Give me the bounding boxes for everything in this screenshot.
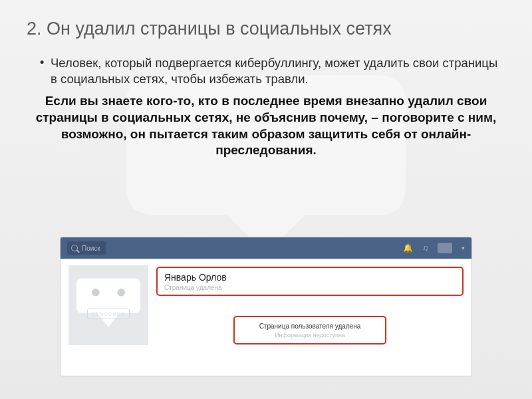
- slide-title: 2. Он удалил страницы в социальных сетях: [27, 19, 505, 39]
- bullet-item: Человек, который подвергается кибербулли…: [40, 55, 505, 86]
- slide-content: 2. Он удалил страницы в социальных сетях…: [0, 0, 532, 159]
- chevron-down-icon[interactable]: ▾: [462, 245, 465, 251]
- profile-avatar-column: CENSORED: [68, 265, 148, 319]
- profile-status: Страница удалена: [164, 284, 456, 291]
- profile-area: CENSORED Январь Орлов Страница удалена С…: [61, 259, 471, 319]
- emphasis-paragraph: Если вы знаете кого-то, кто в последнее …: [27, 93, 505, 159]
- svg-point-1: [117, 289, 125, 297]
- vk-topbar: Поиск 🔔 ♫ ▾: [61, 237, 471, 259]
- svg-point-0: [92, 289, 100, 297]
- profile-name-highlight: Январь Орлов Страница удалена: [156, 267, 464, 296]
- bullet-list: Человек, который подвергается кибербулли…: [27, 55, 505, 86]
- deleted-notice-highlight: Страница пользователя удалена Информация…: [233, 316, 386, 344]
- profile-info-column: Январь Орлов Страница удалена Страница п…: [156, 265, 464, 319]
- deleted-sub: Информация недоступна: [240, 332, 380, 338]
- slide: 2. Он удалил страницы в социальных сетях…: [0, 0, 532, 399]
- deleted-avatar: [68, 265, 148, 345]
- bell-icon[interactable]: 🔔: [403, 243, 413, 253]
- profile-name: Январь Орлов: [164, 272, 456, 283]
- vk-screenshot: Поиск 🔔 ♫ ▾ CENSORED: [60, 237, 472, 376]
- deleted-title: Страница пользователя удалена: [240, 323, 380, 330]
- music-icon[interactable]: ♫: [422, 243, 428, 253]
- censored-label: CENSORED: [87, 309, 130, 319]
- topbar-right: 🔔 ♫ ▾: [403, 243, 465, 253]
- search-input[interactable]: Поиск: [67, 241, 106, 255]
- search-placeholder: Поиск: [82, 245, 100, 252]
- search-icon: [71, 245, 78, 251]
- topbar-avatar[interactable]: [438, 243, 452, 253]
